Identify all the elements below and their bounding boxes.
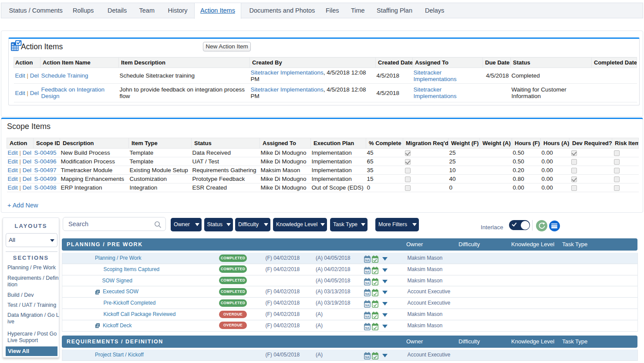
svg-text:NA: NA [365, 292, 369, 295]
svg-text:NA: NA [365, 315, 369, 318]
svg-text:NA: NA [365, 326, 369, 329]
svg-text:NA: NA [365, 270, 369, 273]
svg-text:NA: NA [365, 282, 369, 285]
svg-text:NA: NA [365, 356, 369, 359]
svg-text:NA: NA [365, 259, 369, 262]
svg-text:NA: NA [365, 304, 369, 307]
